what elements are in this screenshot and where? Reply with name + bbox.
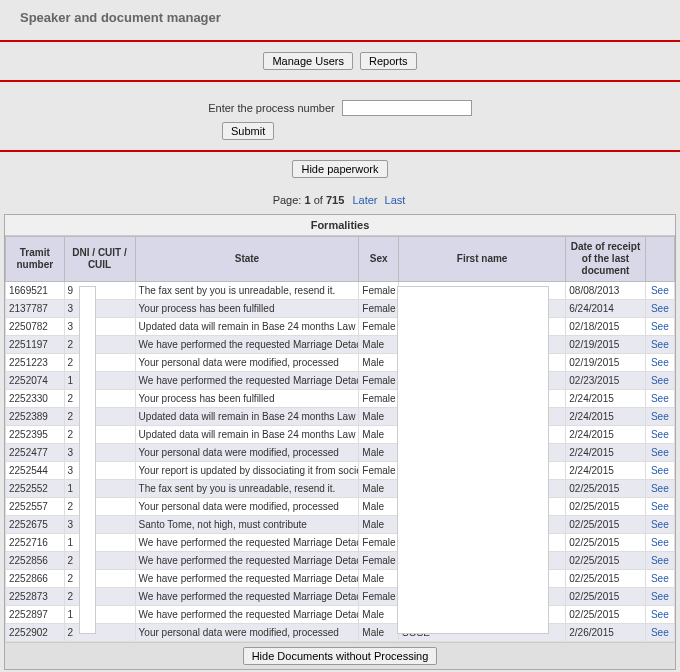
- reports-button[interactable]: Reports: [360, 52, 417, 70]
- cell-sex: Female: [359, 300, 399, 318]
- th-firstname[interactable]: First name: [399, 237, 566, 282]
- cell-dni: 1: [64, 606, 135, 624]
- cell-dni: 2: [64, 426, 135, 444]
- see-link[interactable]: See: [645, 552, 674, 570]
- see-link[interactable]: See: [645, 408, 674, 426]
- cell-sex: Female: [359, 462, 399, 480]
- cell-date: 2/24/2015: [566, 444, 645, 462]
- cell-tramit: 2250782: [6, 318, 65, 336]
- cell-dni: 3: [64, 318, 135, 336]
- cell-tramit: 1669521: [6, 282, 65, 300]
- see-link[interactable]: See: [645, 498, 674, 516]
- table-row: 22523952Updated data will remain in Base…: [6, 426, 675, 444]
- see-link[interactable]: See: [645, 570, 674, 588]
- cell-dni: 3: [64, 444, 135, 462]
- cell-sex: Female: [359, 282, 399, 300]
- th-state[interactable]: State: [135, 237, 359, 282]
- cell-date: 08/08/2013: [566, 282, 645, 300]
- cell-tramit: 2252557: [6, 498, 65, 516]
- cell-tramit: 2252716: [6, 534, 65, 552]
- see-link[interactable]: See: [645, 534, 674, 552]
- see-link[interactable]: See: [645, 480, 674, 498]
- see-link[interactable]: See: [645, 354, 674, 372]
- th-date[interactable]: Date of receipt of the last document: [566, 237, 645, 282]
- pager-last-link[interactable]: Last: [385, 194, 406, 206]
- cell-sex: Male: [359, 354, 399, 372]
- table-row: 22507823Updated data will remain in Base…: [6, 318, 675, 336]
- see-link[interactable]: See: [645, 624, 674, 642]
- cell-sex: Female: [359, 390, 399, 408]
- see-link[interactable]: See: [645, 462, 674, 480]
- cell-sex: Female: [359, 318, 399, 336]
- cell-date: 02/19/2015: [566, 336, 645, 354]
- cell-tramit: 2252866: [6, 570, 65, 588]
- table-row: 22520741We have performed the requested …: [6, 372, 675, 390]
- cell-date: 2/26/2015: [566, 624, 645, 642]
- cell-date: 2/24/2015: [566, 390, 645, 408]
- th-sex[interactable]: Sex: [359, 237, 399, 282]
- cell-state: Your process has been fulfilled: [135, 300, 359, 318]
- cell-dni: 2: [64, 588, 135, 606]
- see-link[interactable]: See: [645, 336, 674, 354]
- table-row: 22527161We have performed the requested …: [6, 534, 675, 552]
- cell-date: 02/25/2015: [566, 570, 645, 588]
- table-row: 22528662We have performed the requested …: [6, 570, 675, 588]
- cell-dni: 2: [64, 624, 135, 642]
- cell-state: Your personal data were modified, proces…: [135, 624, 359, 642]
- cell-state: Your personal data were modified, proces…: [135, 444, 359, 462]
- cell-state: Your personal data were modified, proces…: [135, 354, 359, 372]
- pager-of: of: [314, 194, 323, 206]
- pager-current: 1: [304, 194, 310, 206]
- cell-tramit: 2252389: [6, 408, 65, 426]
- cell-tramit: 2137787: [6, 300, 65, 318]
- manage-users-button[interactable]: Manage Users: [263, 52, 353, 70]
- see-link[interactable]: See: [645, 372, 674, 390]
- cell-dni: 3: [64, 462, 135, 480]
- see-link[interactable]: See: [645, 282, 674, 300]
- hide-paperwork-button[interactable]: Hide paperwork: [292, 160, 387, 178]
- pager-later-link[interactable]: Later: [352, 194, 377, 206]
- see-link[interactable]: See: [645, 390, 674, 408]
- cell-dni: 2: [64, 498, 135, 516]
- see-link[interactable]: See: [645, 588, 674, 606]
- cell-tramit: 2251223: [6, 354, 65, 372]
- table-row: 22528562We have performed the requested …: [6, 552, 675, 570]
- cell-state: Your process has been fulfilled: [135, 390, 359, 408]
- cell-dni: 1: [64, 480, 135, 498]
- th-dni[interactable]: DNI / CUIT / CUIL: [64, 237, 135, 282]
- cell-dni: 2: [64, 354, 135, 372]
- see-link[interactable]: See: [645, 318, 674, 336]
- formalities-table: Tramit number DNI / CUIT / CUIL State Se…: [5, 236, 675, 642]
- see-link[interactable]: See: [645, 300, 674, 318]
- table-row: 22511972We have performed the requested …: [6, 336, 675, 354]
- see-link[interactable]: See: [645, 606, 674, 624]
- cell-state: We have performed the requested Marriage…: [135, 336, 359, 354]
- see-link[interactable]: See: [645, 426, 674, 444]
- cell-tramit: 2252074: [6, 372, 65, 390]
- cell-tramit: 2251197: [6, 336, 65, 354]
- cell-date: 2/24/2015: [566, 426, 645, 444]
- hide-documents-button[interactable]: Hide Documents without Processing: [243, 647, 438, 665]
- process-number-label: Enter the process number: [208, 102, 335, 114]
- cell-tramit: 2252902: [6, 624, 65, 642]
- see-link[interactable]: See: [645, 444, 674, 462]
- see-link[interactable]: See: [645, 516, 674, 534]
- cell-state: Updated data will remain in Base 24 mont…: [135, 408, 359, 426]
- cell-sex: Male: [359, 498, 399, 516]
- cell-date: 02/25/2015: [566, 552, 645, 570]
- cell-state: The fax sent by you is unreadable, resen…: [135, 480, 359, 498]
- cell-date: 02/25/2015: [566, 480, 645, 498]
- cell-sex: Male: [359, 570, 399, 588]
- cell-state: Your personal data were modified, proces…: [135, 498, 359, 516]
- cell-dni: 1: [64, 534, 135, 552]
- cell-state: The fax sent by you is unreadable, resen…: [135, 282, 359, 300]
- submit-button[interactable]: Submit: [222, 122, 274, 140]
- cell-dni: 2: [64, 390, 135, 408]
- table-row: 22524773Your personal data were modified…: [6, 444, 675, 462]
- cell-tramit: 2252330: [6, 390, 65, 408]
- process-number-input[interactable]: [342, 100, 472, 116]
- cell-date: 02/25/2015: [566, 516, 645, 534]
- cell-state: We have performed the requested Marriage…: [135, 588, 359, 606]
- th-tramit[interactable]: Tramit number: [6, 237, 65, 282]
- cell-state: Santo Tome, not high, must contribute: [135, 516, 359, 534]
